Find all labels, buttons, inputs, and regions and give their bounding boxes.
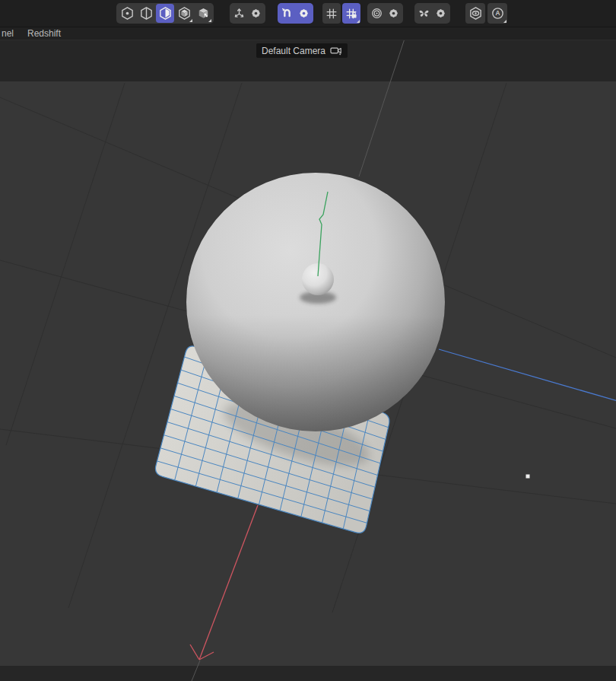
menu-item-redshift[interactable]: Redshift	[21, 28, 68, 39]
workplane-lock-button[interactable]	[342, 3, 360, 24]
modeling-axis-button[interactable]	[369, 4, 385, 23]
gear-icon	[434, 7, 447, 20]
viewport-canvas[interactable]	[0, 40, 616, 681]
magnet-icon	[280, 6, 294, 21]
fragment-cube-icon	[195, 5, 211, 21]
toolbar-group-symmetry	[414, 3, 450, 24]
symmetry-settings-button[interactable]	[433, 4, 449, 23]
snap-point-marker	[526, 475, 530, 479]
points-mode-button[interactable]	[118, 4, 136, 23]
toolbar-group-snap	[278, 3, 313, 24]
solo-mode-button[interactable]	[465, 3, 485, 24]
axis-x-line[interactable]	[199, 505, 258, 660]
app-window: { "menubar": { "items": ["nel", "Redshif…	[0, 0, 616, 681]
top-toolbar: A	[0, 0, 616, 27]
grid-icon	[324, 6, 339, 21]
toolbar-group-transform	[230, 3, 265, 24]
move-axes-icon	[232, 6, 246, 21]
quantize-grid-button[interactable]	[322, 3, 341, 24]
toolbar-group-modeling-axis	[367, 3, 403, 24]
svg-text:A: A	[495, 9, 500, 17]
modeling-axis-settings-button[interactable]	[386, 4, 402, 23]
viewport-panel[interactable]: Default Camera	[0, 40, 616, 681]
camera-icon	[330, 46, 342, 56]
camera-label-text: Default Camera	[262, 46, 325, 56]
hexagon-eye-icon	[468, 5, 484, 21]
world-grid-line	[6, 83, 125, 445]
edges-mode-button[interactable]	[137, 4, 155, 23]
film-band-bottom	[0, 666, 616, 681]
butterfly-icon	[417, 6, 431, 21]
viewport-menubar: nel Redshift	[0, 27, 616, 40]
axis-x-arrowhead	[190, 644, 199, 660]
menu-item-panel[interactable]: nel	[0, 28, 21, 39]
hexagon-cube-icon	[176, 5, 192, 21]
model-mode-button[interactable]	[175, 4, 193, 23]
transform-tool-button[interactable]	[231, 4, 247, 23]
target-icon	[370, 6, 384, 21]
symmetry-button[interactable]	[416, 4, 432, 23]
polygons-mode-button[interactable]	[156, 4, 174, 23]
gear-icon	[297, 7, 310, 20]
hexagon-polygon-icon	[157, 5, 173, 21]
grid-lock-icon	[344, 6, 359, 21]
hexagon-edge-icon	[138, 5, 154, 21]
auto-mode-button[interactable]: A	[487, 3, 507, 24]
circled-a-icon: A	[490, 5, 506, 21]
transform-settings-button[interactable]	[248, 4, 264, 23]
gear-icon	[249, 7, 262, 20]
gear-icon	[387, 7, 400, 20]
small-sphere-object[interactable]	[302, 263, 334, 295]
axis-z-line[interactable]	[439, 349, 616, 401]
axis-mode-button[interactable]	[194, 4, 212, 23]
snap-toggle-button[interactable]	[279, 4, 295, 23]
snap-settings-button[interactable]	[296, 4, 312, 23]
hexagon-dot-icon	[119, 5, 135, 21]
toolbar-group-modes	[116, 3, 214, 24]
camera-label[interactable]: Default Camera	[256, 43, 348, 58]
